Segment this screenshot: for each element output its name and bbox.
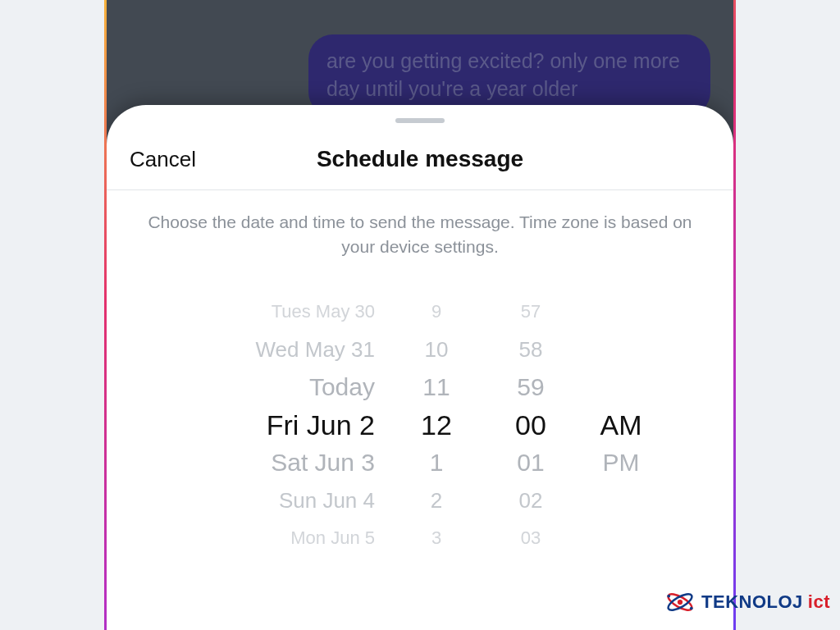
date-option[interactable]: Mon Jun 5 (290, 519, 375, 557)
hour-option-selected[interactable]: 12 (421, 406, 452, 444)
date-option[interactable]: Sat Jun 3 (271, 444, 375, 482)
date-option-selected[interactable]: Fri Jun 2 (267, 406, 375, 444)
date-option[interactable]: Wed May 31 (256, 331, 375, 368)
svg-point-3 (667, 595, 670, 598)
datetime-picker[interactable]: Tues May 30 Wed May 31 Today Fri Jun 2 S… (107, 285, 733, 630)
minute-option[interactable]: 58 (519, 331, 543, 368)
schedule-sheet: Cancel Schedule message Choose the date … (107, 105, 733, 630)
sheet-grabber[interactable] (395, 118, 445, 123)
date-option[interactable]: Today (309, 368, 375, 406)
hour-option[interactable]: 1 (430, 444, 444, 482)
sheet-title: Schedule message (317, 146, 523, 172)
hour-option[interactable]: 9 (431, 293, 441, 331)
minute-wheel[interactable]: 57 58 59 00 01 02 03 (482, 293, 580, 630)
date-wheel[interactable]: Tues May 30 Wed May 31 Today Fri Jun 2 S… (178, 293, 391, 630)
cancel-button[interactable]: Cancel (130, 146, 196, 171)
sheet-instructions: Choose the date and time to send the mes… (107, 190, 733, 285)
date-option[interactable]: Sun Jun 4 (279, 482, 375, 519)
svg-point-4 (690, 607, 693, 610)
date-option[interactable]: Tues May 30 (272, 293, 375, 331)
minute-option-selected[interactable]: 00 (515, 406, 546, 444)
ampm-wheel[interactable]: AM PM (580, 293, 662, 630)
minute-option[interactable]: 03 (521, 519, 541, 557)
ampm-option-selected[interactable]: AM (600, 406, 642, 444)
hour-option[interactable]: 2 (431, 482, 442, 519)
minute-option[interactable]: 02 (519, 482, 543, 519)
svg-point-2 (678, 600, 682, 605)
phone-frame: are you getting excited? only one more d… (104, 0, 736, 630)
app-stage: are you getting excited? only one more d… (0, 0, 840, 630)
sheet-header: Cancel Schedule message (107, 128, 733, 190)
atom-icon (664, 586, 696, 619)
hour-option[interactable]: 10 (425, 331, 449, 368)
minute-option[interactable]: 01 (517, 444, 544, 482)
minute-option[interactable]: 57 (521, 293, 541, 331)
watermark-text-2: ict (808, 591, 830, 613)
hour-option[interactable]: 3 (431, 519, 441, 557)
watermark-text-1: TEKNOLOJ (701, 591, 803, 613)
ampm-option[interactable]: PM (603, 444, 640, 482)
hour-option[interactable]: 11 (422, 368, 450, 406)
minute-option[interactable]: 59 (517, 368, 544, 406)
chat-screen: are you getting excited? only one more d… (107, 0, 733, 630)
hour-wheel[interactable]: 9 10 11 12 1 2 3 (391, 293, 482, 630)
watermark-logo: TEKNOLOJict (664, 586, 830, 619)
